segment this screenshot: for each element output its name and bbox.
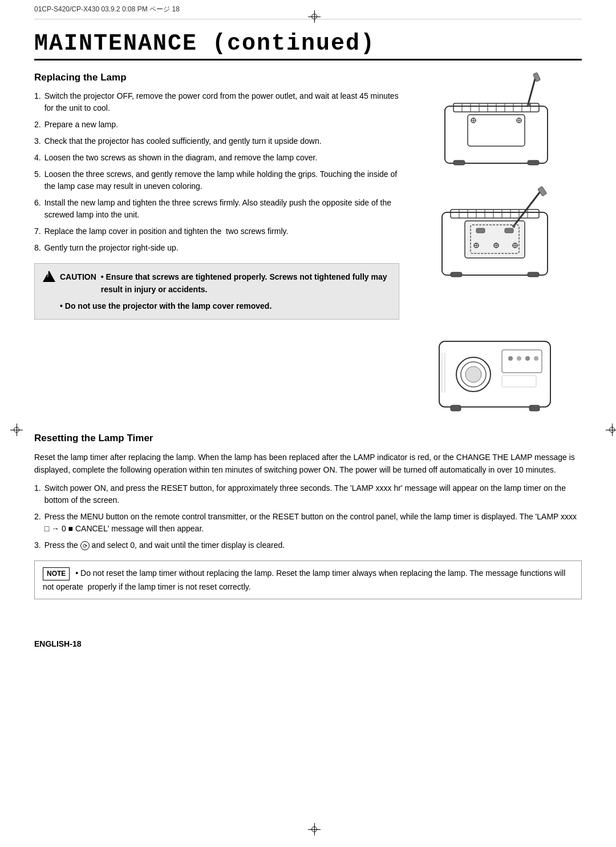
page: 01CP-S420/CP-X430 03.9.2 0:08 PM ページ 18 … xyxy=(0,0,616,847)
svg-rect-11 xyxy=(468,115,525,146)
resetting-lamp-heading: Resetting the Lamp Timer xyxy=(34,433,582,444)
step-3: 3. Check that the projector has cooled s… xyxy=(34,135,399,147)
title-underline xyxy=(34,59,582,61)
caution-header: CAUTION • Ensure that screws are tighten… xyxy=(43,271,391,296)
step-2: 2. Prepare a new lamp. xyxy=(34,119,399,131)
reset-step-3: 3. Press the ⟳ and select 0, and wait un… xyxy=(34,539,582,551)
step-8: 8. Gently turn the projector right-side … xyxy=(34,242,399,254)
header-text: 01CP-S420/CP-X430 03.9.2 0:08 PM ページ 18 xyxy=(34,5,180,14)
svg-rect-48 xyxy=(528,272,539,277)
page-title: MAINTENANCE (continued) xyxy=(34,31,582,57)
page-number: ENGLISH-18 xyxy=(34,639,81,648)
svg-rect-36 xyxy=(476,228,485,233)
diagram-3 xyxy=(422,307,570,421)
svg-point-59 xyxy=(508,356,513,361)
svg-rect-19 xyxy=(528,160,539,165)
caution-text1: • Ensure that screws are tightened prope… xyxy=(101,271,391,296)
caution-box: CAUTION • Ensure that screws are tighten… xyxy=(34,263,399,320)
svg-rect-47 xyxy=(451,272,462,277)
resetting-lamp-intro: Reset the lamp timer after replacing the… xyxy=(34,451,582,477)
svg-rect-53 xyxy=(451,405,461,411)
svg-point-60 xyxy=(517,356,521,361)
caution-text2: • Do not use the projector with the lamp… xyxy=(60,300,391,312)
step-7: 7. Replace the lamp cover in position an… xyxy=(34,225,399,237)
resetting-lamp-section: Resetting the Lamp Timer Reset the lamp … xyxy=(34,433,582,599)
svg-rect-37 xyxy=(505,228,513,233)
left-column: Replacing the Lamp 1. Switch the project… xyxy=(34,72,399,421)
reset-step-1: 1. Switch power ON, and press the RESET … xyxy=(34,482,582,506)
svg-point-61 xyxy=(525,356,530,361)
svg-line-49 xyxy=(513,189,542,227)
caution-icon xyxy=(43,271,55,283)
content-area: Replacing the Lamp 1. Switch the project… xyxy=(34,72,582,421)
svg-point-57 xyxy=(465,366,481,382)
replacing-lamp-heading: Replacing the Lamp xyxy=(34,72,399,83)
step-6: 6. Install the new lamp and tighten the … xyxy=(34,197,399,221)
diagram-2 xyxy=(422,184,570,298)
svg-point-62 xyxy=(534,356,538,361)
note-text: • Do not reset the lamp timer without re… xyxy=(43,568,565,591)
step-5: 5. Loosen the three screws, and gently r… xyxy=(34,168,399,192)
resetting-lamp-steps: 1. Switch power ON, and press the RESET … xyxy=(34,482,582,551)
svg-line-20 xyxy=(528,75,536,106)
svg-rect-63 xyxy=(502,376,536,387)
svg-rect-54 xyxy=(529,405,540,411)
diagram-1 xyxy=(422,72,570,175)
reset-step-2: 2. Press the MENU button on the remote c… xyxy=(34,511,582,535)
diagram-container xyxy=(411,72,582,421)
footer: ENGLISH-18 xyxy=(34,634,582,648)
step-1: 1. Switch the projector OFF, remove the … xyxy=(34,90,399,114)
svg-rect-34 xyxy=(465,221,525,258)
svg-rect-51 xyxy=(538,186,547,196)
note-box: NOTE • Do not reset the lamp timer witho… xyxy=(34,560,582,600)
note-label: NOTE xyxy=(43,567,70,580)
right-column-diagrams xyxy=(411,72,582,421)
caution-label: CAUTION xyxy=(60,271,96,283)
svg-rect-58 xyxy=(502,350,542,373)
replacing-lamp-steps: 1. Switch the projector OFF, remove the … xyxy=(34,90,399,254)
svg-rect-18 xyxy=(453,160,465,165)
step-4: 4. Loosen the two screws as shown in the… xyxy=(34,152,399,164)
